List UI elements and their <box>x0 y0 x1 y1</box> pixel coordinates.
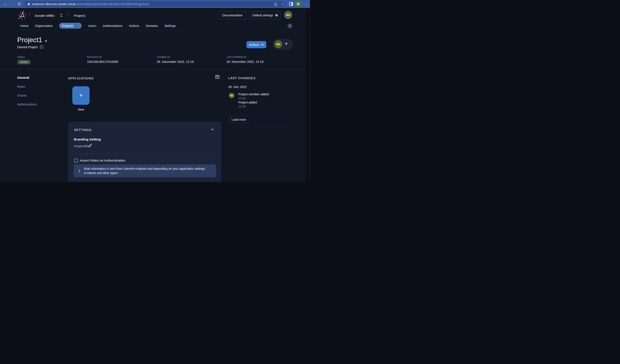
browser-forward-icon[interactable]: → <box>11 0 15 8</box>
plus-icon: + <box>79 92 83 99</box>
browser-chrome: ← → instance1-dkmnzw.zitadel.cloud/ui/co… <box>0 0 310 8</box>
browser-reload-icon[interactable] <box>18 0 21 8</box>
chevron-up-icon[interactable] <box>211 128 214 130</box>
default-settings-button[interactable]: Default settings <box>250 11 281 19</box>
user-avatar[interactable]: MS <box>284 11 292 19</box>
divider <box>74 154 216 154</box>
branding-setting-value: Unspecified <box>74 144 90 148</box>
tab-projects[interactable]: Projects 2 <box>59 23 82 29</box>
timeline-event-time: 12:19 <box>238 105 246 108</box>
org-switcher-icon[interactable] <box>60 13 63 17</box>
project-members-pill: MS + <box>273 39 293 50</box>
load-more-button[interactable]: Load more <box>228 116 249 123</box>
actions-label: Actions <box>249 43 259 46</box>
breadcrumb-separator: / <box>66 11 69 18</box>
side-panel-icon[interactable] <box>289 1 293 7</box>
url-text: instance1-dkmnzw.zitadel.cloud/ui/consol… <box>32 2 149 6</box>
project-state-dot <box>45 40 47 42</box>
applications-heading: APPLICATIONS <box>68 76 94 80</box>
actions-button[interactable]: Actions <box>247 41 266 48</box>
divider <box>0 69 310 69</box>
tab-users[interactable]: Users <box>88 23 96 28</box>
assert-roles-label: Assert Roles on Authentication <box>80 159 125 162</box>
timeline-event-title: Project added <box>238 101 257 104</box>
meta-created-on-label: Created on <box>157 56 194 59</box>
meta-resource-id: Resource Id 194136146127618305 <box>87 56 118 63</box>
last-changes-date: 28. Dec 2022 <box>228 85 247 89</box>
chevron-down-icon <box>261 44 264 46</box>
meta-resource-id-value: 194136146127618305 <box>87 60 118 63</box>
tab-organization[interactable]: Organization <box>35 23 53 28</box>
address-bar[interactable]: instance1-dkmnzw.zitadel.cloud/ui/consol… <box>25 1 286 7</box>
lock-icon <box>28 2 30 5</box>
info-box: Role information is sent from Userinfo e… <box>74 164 216 177</box>
member-avatar[interactable]: MS <box>274 40 282 48</box>
meta-modified-on-label: Last modified on <box>226 56 264 59</box>
info-text: Role information is sent from Userinfo e… <box>84 167 207 175</box>
sidebar-item-general[interactable]: General <box>17 76 29 79</box>
assert-roles-checkbox[interactable] <box>74 159 78 162</box>
breadcrumb-separator: / <box>28 11 31 18</box>
meta-resource-id-label: Resource Id <box>87 56 118 59</box>
timeline-avatar: MS <box>229 93 234 98</box>
add-member-button[interactable]: + <box>285 41 288 47</box>
last-changes-heading: LAST CHANGES <box>228 76 256 80</box>
page-scrollbar[interactable] <box>306 9 309 182</box>
tab-actions[interactable]: Actions <box>129 23 139 28</box>
status-badge: Active <box>17 60 31 64</box>
timeline-event-time: 12:19 <box>238 97 246 100</box>
browser-back-icon[interactable]: ← <box>3 0 7 8</box>
main-nav: Home Organization Projects 2 Users Autho… <box>20 23 176 29</box>
help-button[interactable]: ? <box>288 24 292 28</box>
meta-created-on-value: 28. December 2022, 12:19 <box>157 60 194 63</box>
documentation-label: Documentation <box>222 14 242 17</box>
settings-card: SETTINGS Branding Setting Unspecified As… <box>68 122 221 182</box>
documentation-button[interactable]: Documentation <box>219 11 246 19</box>
settings-heading: SETTINGS <box>74 128 92 132</box>
edit-pencil-icon[interactable] <box>89 143 92 148</box>
zitadel-logo[interactable] <box>18 10 27 19</box>
info-icon[interactable] <box>40 45 44 49</box>
zitadel-console-screen: ← → instance1-dkmnzw.zitadel.cloud/ui/co… <box>0 0 310 182</box>
meta-status-label: Status <box>17 56 31 59</box>
gear-icon <box>275 14 278 17</box>
default-settings-label: Default settings <box>252 14 273 17</box>
browser-menu-icon[interactable]: ⋮ <box>305 0 308 8</box>
page-title: Project1 <box>17 36 42 44</box>
tab-authorizations[interactable]: Authorizations <box>103 23 123 28</box>
tab-settings[interactable]: Settings <box>164 23 176 28</box>
projects-count-badge: 2 <box>75 24 79 28</box>
browser-profile-avatar[interactable]: M <box>295 1 301 7</box>
info-icon <box>78 169 81 173</box>
bookmark-star-icon[interactable]: ☆ <box>281 0 285 8</box>
new-application-card[interactable]: + <box>72 86 90 105</box>
tab-domains[interactable]: Domains <box>146 23 158 28</box>
branding-setting-title: Branding Setting <box>74 137 101 141</box>
breadcrumb-project[interactable]: Project1 <box>74 14 86 17</box>
meta-created-on: Created on 28. December 2022, 12:19 <box>157 56 194 63</box>
sidebar-item-authorizations[interactable]: Authorizations <box>17 103 37 106</box>
share-icon[interactable] <box>274 1 277 7</box>
sidebar-item-roles[interactable]: Roles <box>17 85 25 89</box>
divider <box>228 127 293 127</box>
new-application-label: New <box>72 108 90 111</box>
sidebar-item-grants[interactable]: Grants <box>17 94 27 97</box>
timeline-event-title: Project member added <box>238 92 269 96</box>
breadcrumb-org[interactable]: Dunder Mifflin <box>35 14 54 17</box>
meta-modified-on: Last modified on 28. December 2022, 12:1… <box>226 56 264 63</box>
meta-modified-on-value: 28. December 2022, 12:19 <box>226 60 264 63</box>
tab-home[interactable]: Home <box>20 23 29 28</box>
tab-projects-label: Projects <box>62 24 73 28</box>
table-view-icon[interactable] <box>215 75 219 79</box>
meta-status: Status Active <box>17 56 31 64</box>
divider <box>0 30 310 30</box>
project-subtitle: Owned Project <box>17 46 38 49</box>
